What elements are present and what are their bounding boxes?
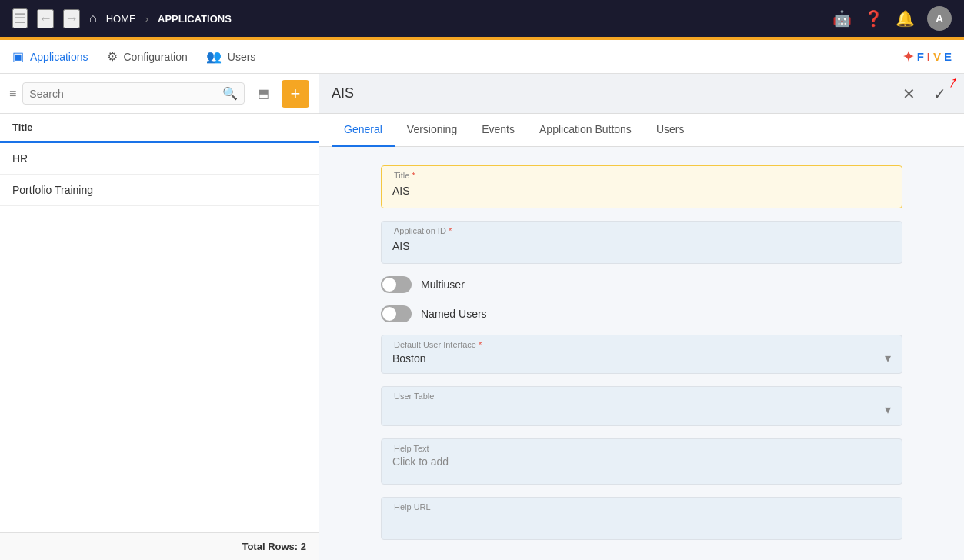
help-text-field[interactable]: Help Text Click to add bbox=[381, 438, 902, 485]
filter-icon[interactable]: ≡ bbox=[9, 87, 16, 101]
search-input-wrap: 🔍 bbox=[22, 82, 245, 105]
list-item[interactable]: Portfolio Training bbox=[0, 175, 319, 206]
user-table-label: User Table bbox=[392, 392, 891, 401]
tab-label: General bbox=[344, 123, 382, 135]
named-users-toggle[interactable] bbox=[381, 305, 412, 322]
sidebar-toolbar: ≡ 🔍 ⬒ + bbox=[0, 74, 319, 114]
help-url-input[interactable] bbox=[392, 513, 891, 532]
users-nav-label: Users bbox=[228, 51, 256, 63]
multiuser-label: Multiuser bbox=[421, 278, 465, 291]
notification-icon[interactable]: 🔔 bbox=[896, 9, 915, 28]
named-users-label: Named Users bbox=[421, 308, 487, 320]
tab-general[interactable]: General bbox=[332, 114, 395, 147]
list-item[interactable]: HR bbox=[0, 143, 319, 175]
home-icon: ⌂ bbox=[89, 12, 97, 25]
sidebar-table-header: Title bbox=[0, 114, 319, 143]
tabs: General Versioning Events Application Bu… bbox=[319, 114, 964, 147]
menu-icon[interactable]: ☰ bbox=[12, 8, 28, 28]
tab-users[interactable]: Users bbox=[644, 114, 697, 147]
tab-label: Users bbox=[656, 123, 685, 135]
panel-header-actions: ✕ ✓ ↑ bbox=[896, 82, 952, 106]
app-id-input[interactable] bbox=[392, 237, 891, 255]
named-users-row: Named Users bbox=[381, 305, 902, 322]
breadcrumb-text: APPLICATIONS bbox=[158, 13, 232, 25]
sidebar: ≡ 🔍 ⬒ + Title HR Portfolio Training Tota… bbox=[0, 74, 319, 560]
multiuser-toggle[interactable] bbox=[381, 276, 412, 293]
import-icon[interactable]: ⬒ bbox=[251, 82, 275, 106]
secondnav-item-users[interactable]: 👥 Users bbox=[206, 46, 256, 67]
configuration-nav-icon: ⚙ bbox=[107, 49, 118, 64]
tab-events[interactable]: Events bbox=[469, 114, 527, 147]
multiuser-row: Multiuser bbox=[381, 276, 902, 293]
user-table-chevron-icon: ▾ bbox=[885, 402, 891, 417]
tab-application-buttons[interactable]: Application Buttons bbox=[527, 114, 644, 147]
forward-icon[interactable]: → bbox=[63, 9, 80, 28]
tab-versioning[interactable]: Versioning bbox=[395, 114, 469, 147]
chat-icon[interactable]: 🤖 bbox=[832, 9, 852, 28]
breadcrumb-separator: › bbox=[145, 13, 148, 25]
tab-label: Events bbox=[482, 123, 515, 135]
help-text-label: Help Text bbox=[392, 444, 891, 453]
secondnav-item-applications[interactable]: ▣ Applications bbox=[12, 46, 88, 67]
save-area: ✓ ↑ bbox=[927, 82, 952, 106]
sidebar-footer: Total Rows: 2 bbox=[0, 532, 319, 560]
total-rows-label: Total Rows: 2 bbox=[242, 541, 306, 552]
table-header-title: Title bbox=[12, 122, 33, 133]
help-url-field-group: Help URL bbox=[381, 497, 902, 540]
five-logo: ✦ FIVE bbox=[902, 48, 952, 65]
app-id-label: Application ID * bbox=[392, 226, 891, 235]
panel-header: AIS ✕ ✓ ↑ bbox=[319, 74, 964, 114]
topbar: ☰ ← → ⌂ HOME › APPLICATIONS 🤖 ❓ 🔔 A bbox=[0, 0, 964, 37]
help-url-label: Help URL bbox=[392, 502, 891, 512]
default-ui-value: Boston bbox=[392, 352, 426, 365]
save-button[interactable]: ✓ bbox=[927, 82, 952, 106]
default-ui-field-group: Default User Interface * Boston ▾ bbox=[381, 335, 902, 374]
title-field-group: Title * bbox=[381, 165, 902, 208]
form-area: Title * Application ID * bbox=[319, 147, 964, 560]
tab-label: Application Buttons bbox=[539, 123, 632, 135]
search-input[interactable] bbox=[29, 88, 222, 100]
right-panel: AIS ✕ ✓ ↑ General Versioning Events Appl… bbox=[319, 74, 964, 560]
default-ui-chevron-icon: ▾ bbox=[885, 351, 891, 365]
secondnav-item-configuration[interactable]: ⚙ Configuration bbox=[107, 46, 188, 67]
panel-title: AIS bbox=[332, 85, 896, 102]
app-id-field-group: Application ID * bbox=[381, 221, 902, 264]
avatar[interactable]: A bbox=[927, 6, 952, 31]
users-nav-icon: 👥 bbox=[206, 49, 222, 64]
configuration-nav-label: Configuration bbox=[124, 51, 188, 63]
title-label: Title * bbox=[392, 171, 891, 180]
search-icon[interactable]: 🔍 bbox=[222, 86, 238, 101]
applications-nav-icon: ▣ bbox=[12, 49, 24, 64]
help-text-field-group: Help Text Click to add bbox=[381, 438, 902, 485]
tab-label: Versioning bbox=[407, 123, 457, 135]
secondnav: ▣ Applications ⚙ Configuration 👥 Users ✦… bbox=[0, 40, 964, 74]
topbar-right: 🤖 ❓ 🔔 A bbox=[832, 6, 952, 31]
close-button[interactable]: ✕ bbox=[896, 82, 921, 106]
add-button[interactable]: + bbox=[282, 80, 309, 108]
main-area: ≡ 🔍 ⬒ + Title HR Portfolio Training Tota… bbox=[0, 74, 964, 560]
user-table-field-group: User Table ▾ bbox=[381, 386, 902, 426]
topbar-left: ☰ ← → ⌂ HOME › APPLICATIONS bbox=[12, 8, 823, 28]
applications-nav-label: Applications bbox=[30, 51, 88, 63]
row-label: Portfolio Training bbox=[12, 184, 93, 196]
help-text-placeholder: Click to add bbox=[392, 455, 449, 468]
help-icon[interactable]: ❓ bbox=[864, 9, 883, 28]
row-label: HR bbox=[12, 152, 28, 165]
default-ui-label: Default User Interface * bbox=[392, 340, 891, 349]
title-input[interactable] bbox=[392, 182, 891, 200]
home-label[interactable]: HOME bbox=[106, 13, 136, 25]
breadcrumb: ⌂ HOME › APPLICATIONS bbox=[89, 12, 232, 25]
back-icon[interactable]: ← bbox=[37, 9, 54, 28]
